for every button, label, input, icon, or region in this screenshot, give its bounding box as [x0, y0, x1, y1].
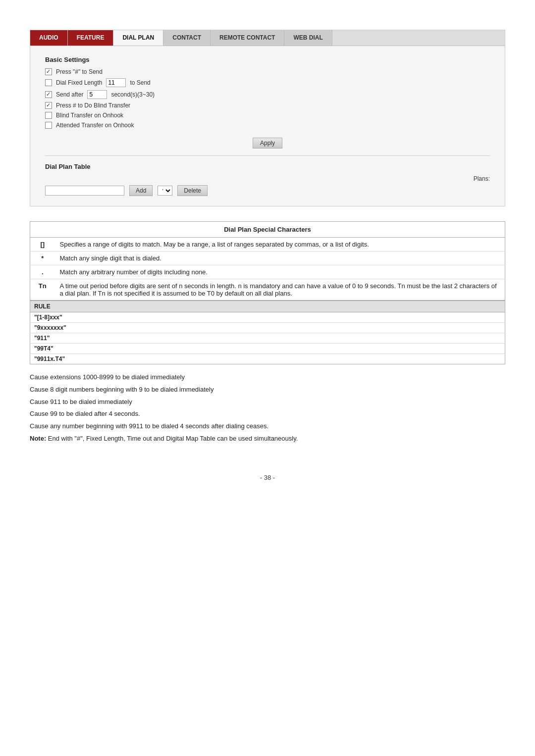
- label-press-hash-blind: Press # to Do Blind Transfer: [56, 102, 130, 109]
- tab-contact[interactable]: CONTACT: [163, 30, 211, 46]
- settings-row-3: Send after second(s)(3~30): [45, 90, 490, 99]
- basic-settings-title: Basic Settings: [45, 56, 490, 63]
- checkbox-send-after[interactable]: [45, 91, 52, 98]
- special-char-row-3: Tn A time out period before digits are s…: [30, 279, 505, 301]
- rule-value-3: "99T4": [30, 344, 505, 354]
- special-char-row-2: . Match any arbitrary number of digits i…: [30, 265, 505, 279]
- rule-value-0: "[1-8]xxx": [30, 312, 505, 323]
- separator-1: [45, 155, 490, 156]
- rule-value-4: "9911x.T4": [30, 354, 505, 364]
- special-char-row-1: * Match any single digit that is dialed.: [30, 252, 505, 265]
- rule-row-3: "99T4": [30, 344, 505, 354]
- label-send-after: Send after: [56, 91, 83, 98]
- special-chars-title: Dial Plan Special Characters: [30, 222, 505, 238]
- desc-0: Cause extensions 1000-8999 to be dialed …: [30, 372, 505, 383]
- settings-row-5: Blind Transfer on Onhook: [45, 112, 490, 119]
- rule-row-2: "911": [30, 333, 505, 344]
- rule-row-4: "9911x.T4": [30, 354, 505, 364]
- input-dial-fixed-length[interactable]: [106, 78, 126, 87]
- panel-content: Basic Settings Press "#" to Send Dial Fi…: [30, 46, 505, 206]
- delete-button[interactable]: Delete: [177, 185, 208, 196]
- top-panel: AUDIO FEATURE DIAL PLAN CONTACT REMOTE C…: [30, 30, 505, 206]
- settings-row-4: Press # to Do Blind Transfer: [45, 102, 490, 109]
- label-attended-onhook: Attended Transfer on Onhook: [56, 122, 134, 129]
- special-char-desc-2: Match any arbitrary number of digits inc…: [55, 265, 505, 279]
- label-press-hash: Press "#" to Send: [56, 68, 103, 75]
- label-dial-fixed: Dial Fixed Length: [56, 79, 102, 86]
- rule-value-2: "911": [30, 333, 505, 344]
- input-send-after[interactable]: [87, 90, 107, 99]
- rule-table: RULE "[1-8]xxx" "9xxxxxxx" "911" "99T4" …: [30, 301, 505, 364]
- checkbox-blind-onhook[interactable]: [45, 112, 52, 119]
- tab-dial-plan[interactable]: DIAL PLAN: [113, 30, 163, 46]
- tab-audio[interactable]: AUDIO: [30, 30, 68, 46]
- plans-row: Add ▼ Delete: [45, 185, 490, 196]
- special-char-symbol-3: Tn: [30, 279, 55, 301]
- desc-4: Cause any number beginning with 9911 to …: [30, 421, 505, 432]
- checkbox-attended-onhook[interactable]: [45, 122, 52, 129]
- dial-plan-table-section: Dial Plan Table Plans: Add ▼ Delete: [45, 163, 490, 196]
- note-text: End with "#", Fixed Length, Time out and…: [48, 435, 298, 442]
- apply-button[interactable]: Apply: [253, 138, 282, 149]
- label-seconds: second(s)(3~30): [111, 91, 155, 98]
- note-label: Note:: [30, 435, 46, 442]
- plans-select[interactable]: ▼: [158, 186, 172, 196]
- settings-row-2: Dial Fixed Length to Send: [45, 78, 490, 87]
- plan-input[interactable]: [45, 186, 124, 196]
- descriptions: Cause extensions 1000-8999 to be dialed …: [30, 372, 505, 444]
- rule-value-1: "9xxxxxxx": [30, 323, 505, 333]
- settings-row-1: Press "#" to Send: [45, 68, 490, 75]
- desc-2: Cause 911 to be dialed immediately: [30, 397, 505, 407]
- dial-plan-table-title: Dial Plan Table: [45, 163, 490, 170]
- add-button[interactable]: Add: [129, 185, 153, 196]
- rule-row-0: "[1-8]xxx": [30, 312, 505, 323]
- desc-1: Cause 8 digit numbers beginning with 9 t…: [30, 385, 505, 395]
- checkbox-press-hash-blind[interactable]: [45, 102, 52, 109]
- page-number: - 38 -: [30, 474, 505, 481]
- special-chars-table: Dial Plan Special Characters [] Specifie…: [30, 221, 505, 301]
- checkbox-dial-fixed[interactable]: [45, 79, 52, 86]
- tab-bar: AUDIO FEATURE DIAL PLAN CONTACT REMOTE C…: [30, 30, 505, 46]
- label-to-send: to Send: [130, 79, 150, 86]
- special-char-symbol-1: *: [30, 252, 55, 265]
- special-char-row-0: [] Specifies a range of digits to match.…: [30, 238, 505, 252]
- plans-label: Plans:: [474, 175, 490, 182]
- desc-3: Cause 99 to be dialed after 4 seconds.: [30, 409, 505, 419]
- special-char-desc-0: Specifies a range of digits to match. Ma…: [55, 238, 505, 252]
- special-char-desc-1: Match any single digit that is dialed.: [55, 252, 505, 265]
- rule-row-1: "9xxxxxxx": [30, 323, 505, 333]
- tab-web-dial[interactable]: WEB DIAL: [284, 30, 332, 46]
- special-char-desc-3: A time out period before digits are sent…: [55, 279, 505, 301]
- desc-5: Note: End with "#", Fixed Length, Time o…: [30, 434, 505, 444]
- tab-feature[interactable]: FEATURE: [68, 30, 114, 46]
- special-char-symbol-0: []: [30, 238, 55, 252]
- tab-remote-contact[interactable]: REMOTE CONTACT: [211, 30, 284, 46]
- checkbox-press-hash[interactable]: [45, 68, 52, 75]
- label-blind-onhook: Blind Transfer on Onhook: [56, 112, 123, 119]
- settings-row-6: Attended Transfer on Onhook: [45, 122, 490, 129]
- rule-header: RULE: [30, 301, 505, 312]
- special-char-symbol-2: .: [30, 265, 55, 279]
